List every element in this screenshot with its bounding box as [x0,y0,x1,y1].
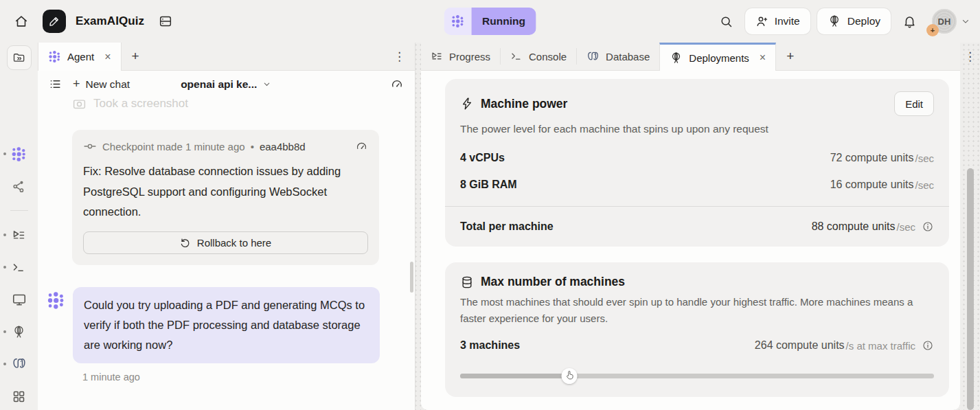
top-bar: ExamAIQuiz Running [0,0,980,43]
home-button[interactable] [10,10,33,33]
project-title: ExamAIQuiz [76,14,144,28]
project-files-button[interactable] [154,10,177,33]
deploy-icon [12,325,26,339]
tab-console-label: Console [529,51,567,62]
account-menu[interactable]: DH + [928,9,970,34]
deploy-button[interactable]: Deploy [817,8,891,34]
open-indicator-dot [3,266,6,269]
chevron-down-icon [262,80,271,89]
spec-value: 16 compute units [830,179,914,191]
tab-deployments[interactable]: Deployments × [659,43,776,71]
info-icon[interactable] [922,220,934,233]
spec-unit: /sec [915,179,934,191]
tab-database-label: Database [606,51,650,62]
rollback-button[interactable]: Rollback to here [83,231,368,254]
open-indicator-dot [3,234,6,236]
slider-thumb[interactable] [561,368,577,384]
right-panel-menu-button[interactable]: ⋮ [964,49,976,64]
checkpoint-hash: eaa4bb8d [260,141,306,152]
invite-button[interactable]: Invite [745,8,810,34]
chat-history-icon[interactable] [49,78,62,91]
chat-session-selector[interactable]: openai api ke... [181,78,271,91]
user-message-row: Could you try uploading a PDF and genera… [47,287,415,363]
deploy-label: Deploy [847,15,880,27]
new-chat-label: New chat [86,78,130,91]
machine-power-description: The power level for each machine that sp… [460,121,934,137]
usage-gauge-icon[interactable] [390,78,404,91]
max-machines-header: Max number of machines [460,275,934,289]
machines-row: 3 machines 264 compute units /s at max t… [460,339,934,352]
console-icon [12,260,26,275]
tab-agent-label: Agent [67,51,94,62]
right-tab-bar: Progress Console Database [421,43,960,71]
avatar: DH + [932,9,957,34]
app-icon[interactable] [43,10,66,33]
left-panel-menu-button[interactable]: ⋮ [384,43,415,70]
slider-fill [460,374,569,378]
max-machines-title: Max number of machines [481,275,625,289]
machine-power-title: Machine power [481,97,567,111]
search-button[interactable] [715,10,738,33]
chevron-down-icon [961,16,970,26]
replit-workspace: ExamAIQuiz Running [0,0,980,410]
total-value: 88 compute units [812,220,896,233]
rollback-label: Rollback to here [197,237,271,249]
rail-item-webview[interactable] [11,291,27,308]
database-cylinder-icon [460,275,474,289]
open-indicator-dot [3,152,6,155]
spec-label: 4 vCPUs [460,152,505,164]
chat-scrollbar-thumb[interactable] [410,262,413,293]
agent-icon [48,50,61,63]
rail-item-integrations[interactable] [11,178,27,194]
rollback-icon [180,237,191,248]
sidebar-toggle-button[interactable] [7,45,32,70]
machine-power-header: Machine power Edit [460,91,934,116]
machines-slider[interactable] [460,368,934,383]
machines-count-label: 3 machines [460,339,520,352]
message-timestamp: 1 minute ago [82,372,415,383]
tab-progress[interactable]: Progress [421,43,500,70]
deployments-content: Machine power Edit The power level for e… [421,71,960,410]
commit-node-icon [83,139,97,153]
lightning-icon [460,97,474,111]
agent-icon [47,291,65,310]
rail-item-progress[interactable] [11,227,27,243]
checkpoint-header: Checkpoint made 1 minute ago • eaa4bb8d [83,139,368,153]
rail-icons [10,146,28,405]
home-icon [14,14,29,29]
new-tab-button[interactable]: + [122,43,150,70]
progress-icon [12,228,26,242]
tab-agent[interactable]: Agent × [38,43,122,71]
usage-gauge-icon[interactable] [355,140,368,153]
right-strip: ⋮ [960,43,980,410]
edit-button[interactable]: Edit [894,91,934,116]
close-icon[interactable]: × [760,52,766,63]
total-unit: /sec [896,221,915,233]
search-icon [719,14,733,29]
bell-icon [902,14,917,29]
plus-icon: + [73,77,80,91]
grid-icon [12,389,26,404]
max-traffic-value: 264 compute units [755,339,845,352]
close-icon[interactable]: × [104,52,111,62]
invite-label: Invite [775,15,800,27]
pencil-icon [48,15,60,27]
tab-database[interactable]: Database [577,43,659,70]
max-machines-card: Max number of machines The most machines… [445,262,949,397]
rail-item-console[interactable] [11,259,27,275]
page-scrollbar-thumb[interactable] [967,168,974,410]
run-status-badge[interactable]: Running [444,8,536,35]
rail-item-agent[interactable] [11,146,27,162]
rail-item-database[interactable] [11,356,27,372]
new-chat-button[interactable]: + New chat [73,77,130,91]
topbar-left: ExamAIQuiz [10,10,177,33]
user-message-bubble: Could you try uploading a PDF and genera… [73,287,380,363]
notifications-button[interactable] [898,10,921,33]
rail-item-all-tools[interactable] [11,388,27,405]
tab-console[interactable]: Console [501,43,576,70]
open-indicator-dot [3,330,6,333]
new-tab-button[interactable]: + [776,43,804,70]
info-icon[interactable] [922,339,934,352]
rail-item-deployments[interactable] [11,323,27,340]
deployments-panel: Progress Console Database [421,43,960,410]
